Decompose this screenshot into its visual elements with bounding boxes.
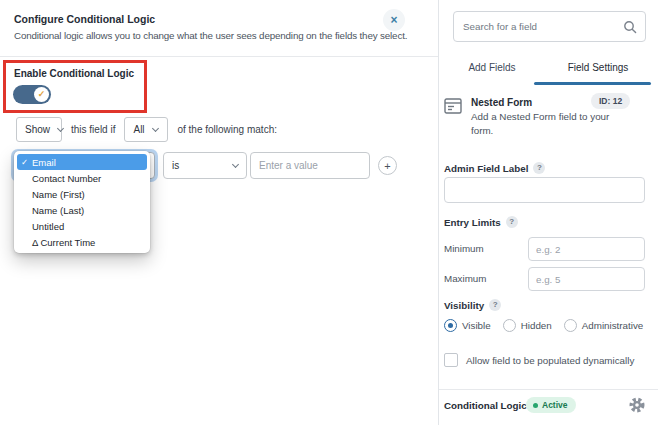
enable-conditional-logic-label: Enable Conditional Logic <box>14 68 134 79</box>
nested-form-icon <box>444 98 462 114</box>
field-type-description: Add a Nested Form field to your form. <box>471 110 623 137</box>
admin-field-label-heading: Admin Field Label ? <box>444 162 545 174</box>
flyout-description: Conditional logic allows you to change w… <box>14 30 407 41</box>
radio-administrative-label: Administrative <box>582 320 644 331</box>
close-icon: × <box>390 13 397 27</box>
condition-operator-value: is <box>172 160 179 171</box>
radio-visible[interactable] <box>444 319 457 332</box>
conditional-logic-status-badge: Active <box>526 397 576 413</box>
dropdown-option-name-last[interactable]: Name (Last) <box>17 202 147 218</box>
add-condition-button[interactable]: + <box>378 156 397 175</box>
flyout-divider <box>0 56 438 57</box>
help-icon[interactable]: ? <box>533 162 545 174</box>
dropdown-option-contact-number[interactable]: Contact Number <box>17 170 147 186</box>
plus-icon: + <box>384 160 390 172</box>
visibility-heading: Visibility ? <box>444 299 501 311</box>
field-type-name: Nested Form <box>471 97 532 108</box>
conditional-logic-flyout: Configure Conditional Logic × Conditiona… <box>0 0 438 425</box>
flyout-title: Configure Conditional Logic <box>14 13 155 25</box>
check-icon: ✓ <box>34 87 49 102</box>
tab-field-settings[interactable]: Field Settings <box>545 56 651 85</box>
maximum-input[interactable] <box>528 267 645 291</box>
logic-sentence-text-1: this field if <box>71 124 115 135</box>
field-search-box <box>453 11 646 42</box>
gear-icon <box>629 397 645 413</box>
dropdown-option-label: Name (First) <box>32 189 85 200</box>
field-id-badge: ID: 12 <box>591 93 630 109</box>
enable-conditional-logic-toggle[interactable]: ✓ <box>13 85 51 104</box>
dropdown-option-label: Name (Last) <box>32 205 84 216</box>
chevron-down-icon <box>232 160 239 167</box>
dropdown-option-label: Δ Current Time <box>32 237 95 248</box>
admin-field-label-input[interactable] <box>444 177 645 203</box>
search-icon <box>623 20 637 34</box>
field-dropdown-menu: ✓ Email Contact Number Name (First) Name… <box>14 151 150 253</box>
action-select[interactable]: Show <box>16 117 62 142</box>
minimum-input[interactable] <box>528 237 645 261</box>
dropdown-option-current-time[interactable]: Δ Current Time <box>17 234 147 250</box>
close-button[interactable]: × <box>383 9 405 31</box>
search-input[interactable] <box>463 12 618 41</box>
active-tab-indicator <box>534 82 651 85</box>
conditional-logic-settings-button[interactable] <box>629 397 645 413</box>
radio-administrative[interactable] <box>564 319 577 332</box>
condition-value-input[interactable] <box>250 152 370 179</box>
status-dot-icon <box>533 403 538 408</box>
dynamic-population-row: Allow field to be populated dynamically <box>444 353 634 367</box>
help-icon[interactable]: ? <box>489 299 501 311</box>
conditional-logic-section-label: Conditional Logic <box>444 400 527 411</box>
toggle-knob: ✓ <box>34 87 49 102</box>
radio-hidden[interactable] <box>503 319 516 332</box>
radio-visible-label: Visible <box>462 320 491 331</box>
maximum-label: Maximum <box>444 273 486 284</box>
tab-add-fields[interactable]: Add Fields <box>439 56 545 85</box>
entry-limits-heading: Entry Limits ? <box>444 216 518 228</box>
action-select-value: Show <box>25 124 50 135</box>
dropdown-option-untitled[interactable]: Untitled <box>17 218 147 234</box>
sidebar-tabs: Add Fields Field Settings <box>439 56 651 85</box>
dropdown-option-label: Untitled <box>32 221 64 232</box>
chevron-down-icon <box>152 124 159 131</box>
dropdown-option-email[interactable]: ✓ Email <box>17 154 147 170</box>
dropdown-option-label: Email <box>32 157 56 168</box>
help-icon[interactable]: ? <box>506 216 518 228</box>
logic-sentence-row: Show this field if All of the following … <box>16 117 277 142</box>
field-settings-sidebar: Add Fields Field Settings Nested Form ID… <box>438 0 658 425</box>
dropdown-option-label: Contact Number <box>32 173 101 184</box>
sidebar-divider <box>439 389 658 390</box>
dropdown-option-name-first[interactable]: Name (First) <box>17 186 147 202</box>
chevron-down-icon <box>57 124 64 131</box>
match-type-select-value: All <box>133 124 144 135</box>
radio-hidden-label: Hidden <box>521 320 552 331</box>
dynamic-population-checkbox[interactable] <box>444 353 458 367</box>
logic-sentence-text-2: of the following match: <box>177 124 277 135</box>
dynamic-population-label: Allow field to be populated dynamically <box>466 355 634 366</box>
condition-operator-select[interactable]: is <box>163 152 247 179</box>
check-icon: ✓ <box>21 157 32 167</box>
minimum-label: Minimum <box>444 243 484 254</box>
match-type-select[interactable]: All <box>124 117 168 142</box>
visibility-radio-group: Visible Hidden Administrative <box>444 319 655 332</box>
